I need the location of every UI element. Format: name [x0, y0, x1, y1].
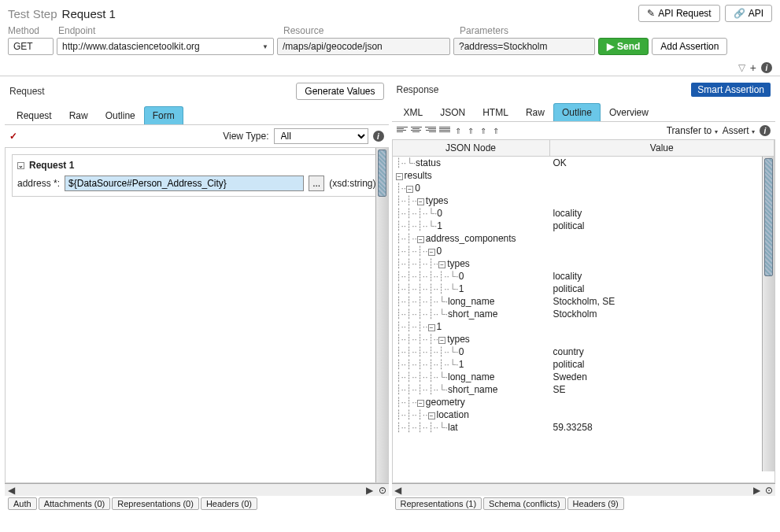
tree-toggle-icon[interactable]: −	[428, 324, 435, 331]
btab-auth[interactable]: Auth	[8, 497, 37, 510]
tree-toggle-icon[interactable]: −	[396, 173, 403, 180]
smart-assertion-button[interactable]: Smart Assertion	[691, 83, 771, 97]
check-icon[interactable]: ✓	[9, 131, 17, 142]
tree-row[interactable]: ┊··−0	[393, 182, 775, 194]
tab-request[interactable]: Request	[8, 106, 61, 124]
btab-headers-resp[interactable]: Headers (9)	[567, 497, 624, 510]
tree-row[interactable]: ┊··┊··┊··└·0locality	[393, 207, 775, 220]
tree-row[interactable]: ┊··┊··┊··┊··┊··└·0locality	[393, 270, 775, 283]
tree-row[interactable]: ┊··┊··−address_components	[393, 232, 775, 245]
align-right-icon[interactable]	[425, 127, 436, 135]
info-icon[interactable]: i	[373, 131, 384, 142]
scrollbar-horizontal[interactable]: ◀ ▶ ⊙	[5, 483, 389, 496]
endpoint-select[interactable]: http://www.datasciencetoolkit.org▼	[57, 38, 274, 55]
tree-toggle-icon[interactable]: −	[417, 198, 424, 205]
scroll-right-icon[interactable]: ▶	[750, 485, 763, 496]
view-type-select[interactable]: All	[274, 128, 368, 144]
page-title-prefix: Test Step	[8, 7, 57, 20]
collapse-up-icon[interactable]: ⇑	[453, 127, 463, 135]
response-panel: Response Smart Assertion XML JSON HTML R…	[392, 79, 776, 512]
browse-button[interactable]: ...	[309, 175, 324, 191]
scroll-left-icon[interactable]: ◀	[392, 485, 405, 496]
tab-html[interactable]: HTML	[474, 103, 517, 121]
tree-row[interactable]: ┊··┊··┊··┊··┊··└·1political	[393, 358, 775, 371]
expand-up-icon[interactable]: ⇑	[466, 127, 475, 135]
tree-row[interactable]: ┊··┊··┊··┊··−types	[393, 333, 775, 345]
tree-toggle-icon[interactable]: −	[438, 337, 445, 344]
tree-row[interactable]: ┊··┊··┊··└·1political	[393, 220, 775, 232]
tree-row[interactable]: ┊··┊··┊··−0	[393, 245, 775, 257]
tree-row[interactable]: ┊··┊··┊··┊··└·short_nameSE	[393, 383, 775, 396]
assert-menu[interactable]: Assert ▾	[723, 125, 755, 136]
tree-row[interactable]: ┊··┊··┊··┊··└·long_nameSweden	[393, 371, 775, 383]
align-center-icon[interactable]	[411, 127, 422, 135]
response-panel-title: Response	[397, 84, 439, 95]
zoom-icon[interactable]: ⊙	[376, 485, 389, 496]
transfer-to-menu[interactable]: Transfer to ▾	[667, 125, 718, 136]
tab-outline-resp[interactable]: Outline	[553, 103, 601, 121]
zoom-icon[interactable]: ⊙	[763, 485, 775, 496]
collapse-icon[interactable]: ⌄	[17, 162, 24, 169]
tree-value: locality	[550, 270, 775, 283]
tree-value: Stockholm	[550, 308, 775, 320]
tree-node-label: lat	[448, 422, 458, 433]
tree-toggle-icon[interactable]: −	[428, 249, 435, 256]
send-button[interactable]: ▶Send	[598, 38, 649, 55]
tree-row[interactable]: ┊··┊··┊··┊··└·lat59.33258	[393, 421, 775, 434]
address-input[interactable]	[65, 175, 304, 191]
response-tabs: XML JSON HTML Raw Outline Overview	[392, 103, 776, 122]
tree-row[interactable]: ┊··┊··┊··┊··┊··└·1political	[393, 283, 775, 295]
btab-representations[interactable]: Representations (0)	[112, 497, 199, 510]
tree-toggle-icon[interactable]: −	[406, 186, 413, 193]
info-icon[interactable]: i	[761, 62, 772, 73]
tree-value: SE	[550, 383, 775, 396]
tab-raw-resp[interactable]: Raw	[517, 103, 553, 121]
api-request-button[interactable]: ✎API Request	[638, 5, 719, 22]
btab-schema[interactable]: Schema (conflicts)	[483, 497, 565, 510]
tab-form[interactable]: Form	[144, 106, 183, 124]
chevron-down-icon: ▾	[715, 128, 718, 135]
scroll-left-icon[interactable]: ◀	[5, 485, 17, 496]
tab-overview[interactable]: Overview	[601, 103, 657, 121]
btab-representations-resp[interactable]: Representations (1)	[395, 497, 482, 510]
chevron-down-icon: ▼	[262, 43, 268, 50]
scrollbar-vertical[interactable]	[762, 157, 774, 471]
btab-attachments[interactable]: Attachments (0)	[39, 497, 111, 510]
api-button[interactable]: 🔗API	[725, 5, 772, 22]
tree-row[interactable]: ┊··┊··┊··┊··−types	[393, 257, 775, 270]
filter-icon[interactable]: ▽	[738, 62, 745, 73]
btab-headers[interactable]: Headers (0)	[201, 497, 257, 510]
tree-row[interactable]: −results	[393, 169, 775, 182]
generate-values-button[interactable]: Generate Values	[296, 83, 383, 100]
tree-row[interactable]: ┊··┊··┊··┊··┊··└·0country	[393, 345, 775, 358]
tree-row[interactable]: ┊··┊··┊··−1	[393, 320, 775, 333]
parameters-field[interactable]: ?address=Stockholm	[453, 38, 595, 55]
tree-toggle-icon[interactable]: −	[417, 400, 424, 407]
tree-row[interactable]: ┊··└·statusOK	[393, 157, 775, 169]
scrollbar-horizontal[interactable]: ◀ ▶ ⊙	[392, 483, 776, 496]
align-justify-icon[interactable]	[439, 127, 450, 135]
resource-field[interactable]: /maps/api/geocode/json	[277, 38, 450, 55]
tree-row[interactable]: ┊··┊··┊··┊··└·short_nameStockholm	[393, 308, 775, 320]
tab-json[interactable]: JSON	[431, 103, 474, 121]
collapse-all-icon[interactable]: ⇑	[479, 127, 488, 135]
add-assertion-button[interactable]: Add Assertion	[652, 38, 727, 55]
tree-row[interactable]: ┊··┊··−geometry	[393, 396, 775, 408]
tree-toggle-icon[interactable]: −	[428, 412, 435, 419]
tree-row[interactable]: ┊··┊··┊··−location	[393, 408, 775, 421]
tab-xml[interactable]: XML	[395, 103, 432, 121]
tree-toggle-icon[interactable]: −	[417, 236, 424, 243]
tab-raw[interactable]: Raw	[61, 106, 97, 124]
align-left-icon[interactable]	[397, 127, 408, 135]
expand-all-icon[interactable]: ⇑	[491, 127, 501, 135]
scrollbar-vertical[interactable]	[375, 148, 388, 482]
tree-toggle-icon[interactable]: −	[438, 261, 445, 268]
tab-outline[interactable]: Outline	[97, 106, 144, 124]
plus-icon[interactable]: +	[750, 61, 756, 74]
info-icon[interactable]: i	[760, 125, 771, 136]
tree-row[interactable]: ┊··┊··−types	[393, 194, 775, 207]
tree-node-label: 1	[437, 321, 442, 332]
tree-row[interactable]: ┊··┊··┊··┊··└·long_nameStockholm, SE	[393, 295, 775, 308]
scroll-right-icon[interactable]: ▶	[364, 485, 376, 496]
method-select[interactable]: GET	[8, 38, 54, 55]
